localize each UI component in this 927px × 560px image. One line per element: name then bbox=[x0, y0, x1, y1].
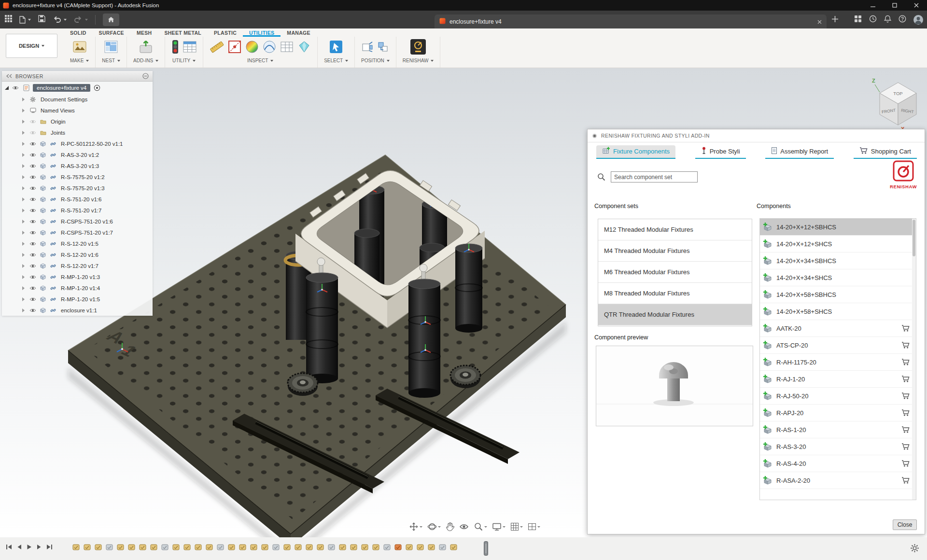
visibility-eye-icon[interactable] bbox=[29, 164, 37, 168]
disclosure-triangle-icon[interactable] bbox=[22, 264, 25, 268]
timeline-gear-icon[interactable] bbox=[910, 544, 919, 555]
components-scrollbar[interactable] bbox=[912, 219, 916, 500]
ribbon-group-label[interactable]: MAKE bbox=[70, 58, 89, 63]
clamp-knob-right[interactable] bbox=[450, 365, 480, 388]
ribbon-tab-plastic[interactable]: PLASTIC bbox=[208, 28, 243, 37]
add-component-icon[interactable] bbox=[763, 476, 772, 485]
close-button[interactable]: Close bbox=[893, 519, 917, 530]
tab-probe-styli[interactable]: Probe Styli bbox=[695, 145, 746, 159]
add-component-icon[interactable] bbox=[763, 442, 772, 451]
disclosure-triangle-icon[interactable] bbox=[22, 220, 25, 224]
disclosure-triangle-icon[interactable] bbox=[22, 297, 25, 301]
disclosure-triangle-icon[interactable] bbox=[22, 242, 25, 246]
job-status-icon[interactable] bbox=[869, 15, 877, 25]
look-at-icon[interactable] bbox=[458, 522, 470, 531]
timeline-feature-icon[interactable] bbox=[95, 544, 102, 551]
browser-item-r-s-7575-20-v1-2[interactable]: R-S-7575-20 v1:2 bbox=[2, 171, 153, 182]
add-component-icon[interactable] bbox=[763, 273, 772, 282]
timeline-feature-icon[interactable] bbox=[239, 544, 246, 551]
browser-item-origin[interactable]: Origin bbox=[2, 116, 153, 127]
timeline-feature-icon[interactable] bbox=[383, 544, 391, 551]
timeline-feature-icon[interactable] bbox=[328, 544, 335, 551]
standoff-right[interactable] bbox=[455, 244, 482, 333]
disclosure-triangle-icon[interactable] bbox=[22, 175, 25, 179]
add-to-cart-icon[interactable] bbox=[901, 358, 910, 366]
component-set-item[interactable]: M12 Threaded Modular Fixtures bbox=[598, 219, 752, 240]
visibility-eye-icon[interactable] bbox=[29, 197, 37, 202]
ribbon-tab-manage[interactable]: MANAGE bbox=[281, 28, 316, 37]
visibility-eye-icon[interactable] bbox=[29, 252, 37, 257]
panel-grip-icon[interactable] bbox=[592, 134, 597, 138]
component-item[interactable]: 14-20+X+58+SBHCS bbox=[760, 286, 916, 303]
add-component-icon[interactable] bbox=[763, 290, 772, 299]
make-icon[interactable] bbox=[72, 40, 87, 56]
timeline-feature-icon[interactable] bbox=[250, 544, 257, 551]
save-icon[interactable] bbox=[38, 15, 45, 24]
disclosure-triangle-icon[interactable] bbox=[22, 120, 25, 124]
scrollbar-thumb[interactable] bbox=[913, 220, 915, 256]
pan-icon[interactable] bbox=[408, 521, 423, 532]
maximize-button[interactable] bbox=[884, 0, 905, 11]
go-to-end-icon[interactable] bbox=[46, 544, 53, 550]
home-button[interactable] bbox=[103, 14, 119, 26]
timeline-feature-icon[interactable] bbox=[339, 544, 346, 551]
standoff-left[interactable] bbox=[306, 258, 338, 383]
component-set-item[interactable]: M8 Threaded Modular Fixtures bbox=[598, 283, 752, 304]
add-component-icon[interactable] bbox=[763, 374, 772, 384]
timeline-feature-icon[interactable] bbox=[228, 544, 235, 551]
measure-icon[interactable] bbox=[210, 40, 224, 56]
addins-icon[interactable] bbox=[139, 40, 153, 56]
add-to-cart-icon[interactable] bbox=[901, 324, 910, 332]
visibility-eye-icon[interactable] bbox=[29, 297, 37, 302]
visibility-eye-icon[interactable] bbox=[29, 286, 37, 291]
ribbon-tab-surface[interactable]: SURFACE bbox=[93, 28, 130, 37]
close-window-button[interactable] bbox=[905, 0, 927, 11]
disclosure-triangle-icon[interactable] bbox=[22, 186, 25, 190]
component-item[interactable]: 14-20+X+12+SHCS bbox=[760, 236, 916, 252]
disclosure-triangle-icon[interactable] bbox=[22, 142, 25, 146]
timeline-feature-icon[interactable] bbox=[172, 544, 180, 551]
browser-root-item[interactable]: enclosure+fixture v4 bbox=[2, 82, 153, 94]
traffic-light-icon[interactable] bbox=[171, 40, 179, 56]
timeline-feature-icon[interactable] bbox=[139, 544, 146, 551]
ribbon-tab-mesh[interactable]: MESH bbox=[130, 28, 158, 37]
browser-item-r-s-12-20-v1-5[interactable]: R-S-12-20 v1:5 bbox=[2, 238, 153, 249]
disclosure-triangle-icon[interactable] bbox=[22, 164, 25, 168]
timeline-feature-icon[interactable] bbox=[394, 544, 402, 551]
standoff-middle[interactable] bbox=[408, 264, 440, 398]
browser-item-r-s-12-20-v1-6[interactable]: R-S-12-20 v1:6 bbox=[2, 249, 153, 260]
position-b-icon[interactable] bbox=[377, 41, 389, 55]
timeline-position-marker[interactable] bbox=[484, 541, 488, 556]
disclosure-triangle-icon[interactable] bbox=[22, 275, 25, 279]
browser-item-r-s-751-20-v1-7[interactable]: R-S-751-20 v1:7 bbox=[2, 205, 153, 216]
data-panel-icon[interactable] bbox=[5, 15, 12, 24]
view-cube[interactable]: Z TOP FRONT RIGHT X bbox=[864, 74, 927, 134]
component-item[interactable]: 14-20+X+12+SBHCS bbox=[760, 219, 916, 236]
visibility-eye-icon[interactable] bbox=[12, 85, 19, 90]
add-component-icon[interactable] bbox=[763, 459, 772, 468]
add-to-cart-icon[interactable] bbox=[901, 443, 910, 450]
zoom-icon[interactable] bbox=[473, 521, 488, 532]
component-set-item[interactable]: QTR Threaded Modular Fixtures bbox=[598, 304, 752, 325]
timeline-feature-icon[interactable] bbox=[295, 544, 302, 551]
browser-item-r-mp-1-20-v1-4[interactable]: R-MP-1-20 v1:4 bbox=[2, 282, 153, 294]
browser-collapse-icon[interactable] bbox=[142, 73, 149, 79]
disclosure-triangle-icon[interactable] bbox=[22, 98, 25, 101]
component-item[interactable]: R-AJ-1-20 bbox=[760, 371, 916, 388]
disclosure-triangle-icon[interactable] bbox=[22, 231, 25, 235]
add-component-icon[interactable] bbox=[763, 357, 772, 367]
ribbon-group-label[interactable]: RENISHAW bbox=[403, 58, 434, 63]
visibility-eye-icon[interactable] bbox=[29, 219, 37, 224]
add-to-cart-icon[interactable] bbox=[901, 460, 910, 467]
add-to-cart-icon[interactable] bbox=[901, 392, 910, 400]
add-component-icon[interactable] bbox=[763, 408, 772, 418]
timeline-feature-icon[interactable] bbox=[161, 544, 169, 551]
activate-radio-icon[interactable] bbox=[93, 84, 101, 91]
component-item[interactable]: R-AH-1175-20 bbox=[760, 354, 916, 371]
timeline-feature-icon[interactable] bbox=[361, 544, 368, 551]
visibility-eye-icon[interactable] bbox=[29, 241, 37, 246]
component-item[interactable]: R-AS-1-20 bbox=[760, 421, 916, 438]
step-forward-icon[interactable] bbox=[37, 544, 42, 550]
timeline-feature-icon[interactable] bbox=[106, 544, 113, 551]
timeline-feature-icon[interactable] bbox=[128, 544, 135, 551]
